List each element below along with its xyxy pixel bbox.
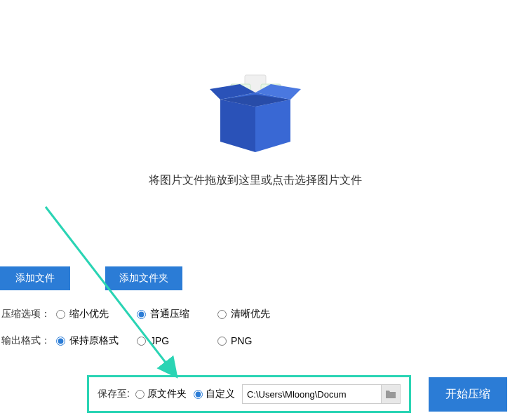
radio-label: 普通压缩 bbox=[150, 308, 189, 320]
drop-text: 将图片文件拖放到这里或点击选择图片文件 bbox=[149, 173, 362, 188]
drop-area[interactable]: 将图片文件拖放到这里或点击选择图片文件 bbox=[0, 0, 510, 259]
output-radio-group: 保持原格式 JPG PNG bbox=[56, 334, 298, 347]
radio-clarity-priority[interactable]: 清晰优先 bbox=[217, 308, 298, 320]
folder-icon bbox=[385, 389, 396, 399]
radio-label: JPG bbox=[150, 335, 169, 346]
svg-marker-8 bbox=[220, 100, 255, 152]
radio-shrink-priority[interactable]: 缩小优先 bbox=[56, 308, 137, 320]
output-format-row: 输出格式： 保持原格式 JPG PNG bbox=[1, 334, 510, 347]
radio-original-folder[interactable]: 原文件夹 bbox=[135, 388, 187, 400]
compress-radio-group: 缩小优先 普通压缩 清晰优先 bbox=[56, 308, 298, 320]
save-to-label: 保存至: bbox=[98, 388, 130, 400]
compress-option-row: 压缩选项： 缩小优先 普通压缩 清晰优先 bbox=[1, 308, 510, 320]
radio-normal-compress[interactable]: 普通压缩 bbox=[137, 308, 217, 320]
output-format-label: 输出格式： bbox=[1, 334, 56, 347]
svg-marker-9 bbox=[255, 100, 290, 152]
radio-custom-folder[interactable]: 自定义 bbox=[194, 388, 235, 400]
path-input[interactable] bbox=[242, 384, 382, 404]
radio-label: 缩小优先 bbox=[69, 308, 109, 320]
button-row: 添加文件 添加文件夹 bbox=[0, 266, 510, 290]
radio-label: 原文件夹 bbox=[147, 388, 187, 400]
browse-folder-button[interactable] bbox=[381, 384, 401, 404]
start-compress-button[interactable]: 开始压缩 bbox=[429, 377, 507, 412]
compress-option-label: 压缩选项： bbox=[1, 308, 56, 320]
add-file-button[interactable]: 添加文件 bbox=[0, 266, 70, 290]
radio-label: PNG bbox=[231, 335, 252, 346]
bottom-bar: 保存至: 原文件夹 自定义 开始压缩 bbox=[0, 375, 510, 413]
radio-jpg[interactable]: JPG bbox=[137, 334, 217, 347]
radio-label: 清晰优先 bbox=[231, 308, 270, 320]
radio-label: 自定义 bbox=[206, 388, 235, 400]
add-folder-button[interactable]: 添加文件夹 bbox=[105, 266, 182, 290]
save-section: 保存至: 原文件夹 自定义 bbox=[87, 375, 411, 413]
options-section: 压缩选项： 缩小优先 普通压缩 清晰优先 输出格式： 保持原格式 bbox=[0, 308, 510, 347]
box-icon bbox=[206, 72, 304, 156]
radio-label: 保持原格式 bbox=[69, 334, 119, 347]
radio-keep-format[interactable]: 保持原格式 bbox=[56, 334, 137, 347]
radio-png[interactable]: PNG bbox=[217, 334, 298, 347]
